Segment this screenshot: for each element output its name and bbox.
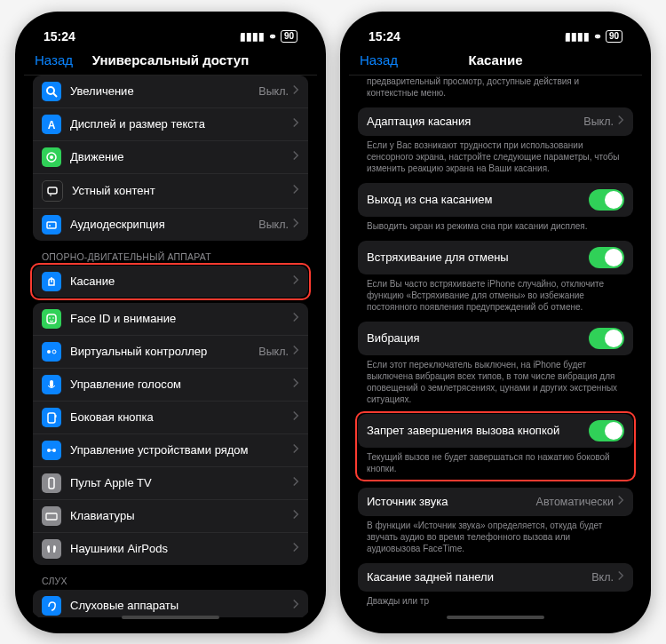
chevron-right-icon xyxy=(292,509,299,522)
note-vibro: Если этот переключатель выключен, на iPh… xyxy=(358,355,633,405)
row-prevent-lock-end-call[interactable]: Запрет завершения вызова кнопкой xyxy=(358,414,633,448)
chevron-right-icon xyxy=(292,312,299,325)
toggle-prevent-lock-end-call[interactable] xyxy=(589,420,624,441)
cell-icon xyxy=(42,309,61,329)
row-vibration[interactable]: Вибрация xyxy=(358,322,633,355)
svg-point-4 xyxy=(50,155,53,159)
cell-icon xyxy=(42,215,61,235)
link-icon: ⚭ xyxy=(593,30,602,43)
home-indicator[interactable] xyxy=(447,616,544,619)
chevron-right-icon xyxy=(617,570,624,584)
cell-icon xyxy=(42,147,61,167)
row-touch-accommodations[interactable]: Адаптация касания Выкл. xyxy=(358,107,633,136)
settings-row[interactable]: Пульт Apple TV xyxy=(33,466,308,499)
row-label: Адаптация касания xyxy=(367,115,583,128)
settings-row[interactable]: Клавиатуры xyxy=(33,499,308,532)
row-value: Вкл. xyxy=(591,571,614,584)
svg-point-17 xyxy=(52,449,56,452)
cell-label: Наушники AirPods xyxy=(70,542,292,555)
svg-point-16 xyxy=(47,449,51,452)
svg-rect-14 xyxy=(48,413,55,423)
cell-value: Выкл. xyxy=(258,219,289,231)
settings-row[interactable]: Движение xyxy=(33,140,308,173)
cell-icon xyxy=(42,506,61,526)
row-back-tap[interactable]: Касание задней панели Вкл. xyxy=(358,563,633,592)
svg-text:A: A xyxy=(48,119,56,131)
svg-point-7 xyxy=(49,225,51,227)
chevron-right-icon xyxy=(292,443,299,457)
chevron-right-icon xyxy=(292,84,299,98)
svg-line-1 xyxy=(53,93,57,97)
battery-icon: 90 xyxy=(606,30,622,43)
back-button[interactable]: Назад xyxy=(33,52,73,68)
row-tap-to-wake[interactable]: Выход из сна касанием xyxy=(358,183,633,217)
chevron-right-icon xyxy=(292,599,299,612)
row-value: Автоматически xyxy=(536,496,614,508)
cell-label: Движение xyxy=(70,150,292,163)
toggle-shake-to-undo[interactable] xyxy=(589,247,624,268)
svg-rect-5 xyxy=(48,187,57,194)
settings-row[interactable]: Управление голосом xyxy=(33,368,308,401)
cell-label: Пульт Apple TV xyxy=(70,476,292,489)
note-backtap: Дважды или тр xyxy=(358,592,633,607)
home-indicator[interactable] xyxy=(122,616,219,619)
chevron-right-icon xyxy=(292,184,299,197)
settings-row[interactable]: Виртуальный контроллерВыкл. xyxy=(33,335,308,368)
section-header-motor: ОПОРНО-ДВИГАТЕЛЬНЫЙ АППАРАТ xyxy=(33,241,308,266)
note-lock: Текущий вызов не будет завершаться по на… xyxy=(358,448,633,474)
back-button[interactable]: Назад xyxy=(358,52,398,68)
settings-row[interactable]: Боковая кнопка xyxy=(33,401,308,433)
group-hearing: Слуховые аппаратыРаспознавание звуковВык… xyxy=(33,590,308,617)
content-scroll[interactable]: предварительный просмотр, доступные дейс… xyxy=(349,76,642,617)
highlight-call-lock: Запрет завершения вызова кнопкой Текущий… xyxy=(355,411,636,481)
row-shake-to-undo[interactable]: Встряхивание для отмены xyxy=(358,241,633,274)
chevron-right-icon xyxy=(292,345,299,358)
settings-row[interactable]: Слуховые аппараты xyxy=(33,590,308,617)
group-motor: Face ID и вниманиеВиртуальный контроллер… xyxy=(33,303,308,565)
cell-label: Виртуальный контроллер xyxy=(70,345,258,358)
settings-row[interactable]: АудиодескрипцияВыкл. xyxy=(33,208,308,241)
row-value: Выкл. xyxy=(583,115,614,128)
cell-icon xyxy=(42,272,61,291)
cell-icon xyxy=(42,342,61,362)
row-label: Касание задней панели xyxy=(367,570,591,584)
cell-icon xyxy=(42,539,61,559)
settings-row[interactable]: УвеличениеВыкл. xyxy=(33,76,308,107)
svg-point-12 xyxy=(52,350,56,354)
settings-row[interactable]: AДисплей и размер текста xyxy=(33,107,308,140)
status-time: 15:24 xyxy=(369,29,400,44)
cell-label: Face ID и внимание xyxy=(70,312,292,325)
status-right: ▮▮▮▮ ⚭ 90 xyxy=(565,30,622,43)
cell-label: Боковая кнопка xyxy=(70,410,292,424)
chevron-right-icon xyxy=(617,495,624,508)
chevron-right-icon xyxy=(292,150,299,163)
settings-row[interactable]: Face ID и внимание xyxy=(33,303,308,335)
group-vision: УвеличениеВыкл.AДисплей и размер текстаД… xyxy=(33,76,308,241)
note-adapt: Если у Вас возникают трудности при испол… xyxy=(358,136,633,174)
settings-row[interactable]: Наушники AirPods xyxy=(33,532,308,565)
highlight-touch: Касание xyxy=(30,263,311,300)
notch xyxy=(99,20,242,44)
toggle-vibration[interactable] xyxy=(589,328,624,349)
svg-point-0 xyxy=(47,87,54,94)
nav-bar: Назад Универсальный доступ xyxy=(24,47,317,76)
content-scroll[interactable]: УвеличениеВыкл.AДисплей и размер текстаД… xyxy=(24,76,317,617)
svg-rect-19 xyxy=(49,478,54,489)
cell-label: Управление устройствами рядом xyxy=(70,443,292,457)
cell-label: Аудиодескрипция xyxy=(70,218,258,231)
cell-label: Управление голосом xyxy=(70,378,292,391)
cell-label: Касание xyxy=(70,274,292,288)
status-time: 15:24 xyxy=(44,29,75,44)
settings-row[interactable]: Устный контент xyxy=(33,173,308,208)
note-wake: Выводить экран из режима сна при касании… xyxy=(358,217,633,232)
chevron-right-icon xyxy=(292,542,299,555)
svg-rect-15 xyxy=(55,415,57,417)
back-label: Назад xyxy=(360,52,398,68)
row-audio-routing[interactable]: Источник звука Автоматически xyxy=(358,488,633,516)
cell-icon xyxy=(42,441,61,460)
chevron-right-icon xyxy=(292,378,299,391)
settings-row[interactable]: Касание xyxy=(33,266,308,298)
toggle-tap-to-wake[interactable] xyxy=(589,189,624,211)
settings-row[interactable]: Управление устройствами рядом xyxy=(33,433,308,466)
chevron-right-icon xyxy=(292,218,299,231)
